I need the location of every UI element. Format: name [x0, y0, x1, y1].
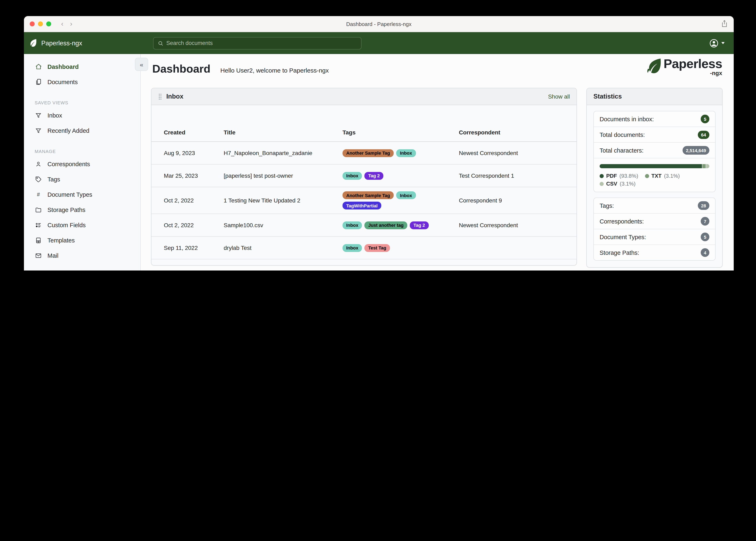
tag-chip[interactable]: TagWithPartial — [343, 202, 381, 210]
stat-row: Tags: 28 — [594, 198, 715, 214]
cell-tags: Another Sample TagInboxTagWithPartial — [343, 187, 459, 214]
mail-icon — [35, 252, 42, 259]
stat-badge: 5 — [701, 233, 709, 241]
app-window: ‹ › Dashboard - Paperless-ngx Paperless-… — [24, 16, 734, 270]
legend-dot-txt — [645, 174, 649, 178]
stat-label: Documents in inbox: — [600, 116, 654, 122]
stat-label: Total documents: — [600, 131, 645, 138]
table-row[interactable]: Oct 2, 2022 1 Testing New Title Updated … — [151, 187, 576, 214]
tag-chip[interactable]: Tag 2 — [365, 172, 384, 180]
stat-label: Storage Paths: — [600, 249, 639, 256]
sidebar-item-tags[interactable]: Tags — [24, 172, 140, 187]
stat-badge: 28 — [698, 201, 710, 210]
drag-handle-icon[interactable] — [158, 93, 162, 100]
legend-dot-csv — [600, 182, 604, 186]
avatar-icon — [709, 38, 719, 48]
sidebar-item-correspondents[interactable]: Correspondents — [24, 156, 140, 172]
search-input[interactable]: Search documents — [153, 37, 361, 49]
table-row[interactable]: Sep 11, 2022 drylab Test InboxTest Tag — [151, 237, 576, 260]
tag-chip[interactable]: Inbox — [343, 172, 362, 180]
filetype-chart: PDF (93.8%) TXT (3.1%) — [594, 158, 715, 192]
legend-item: PDF (93.8%) — [600, 173, 638, 179]
cell-title[interactable]: 1 Testing New Title Updated 2 — [224, 197, 343, 204]
folder-icon — [35, 207, 42, 213]
filter-icon — [35, 127, 42, 134]
cell-title[interactable]: H7_Napoleon_Bonaparte_zadanie — [224, 150, 343, 156]
app-body: Dashboard Documents SAVED VIEWS Inbox Re… — [24, 54, 734, 270]
cell-title[interactable]: Sample100.csv — [224, 222, 343, 229]
search-placeholder: Search documents — [166, 40, 213, 46]
cell-correspondent: Test Correspondent 1 — [459, 172, 567, 179]
legend-dot-pdf — [600, 174, 604, 178]
stat-row: Total characters: 2,514,649 — [594, 143, 715, 158]
greeting-text: Hello User2, welcome to Paperless-ngx — [220, 67, 329, 74]
stat-label: Correspondents: — [600, 218, 644, 225]
sidebar-item-label: Document Types — [47, 191, 92, 198]
brand[interactable]: Paperless-ngx — [24, 39, 82, 48]
sidebar-spacer — [24, 263, 140, 270]
sidebar-collapse-button[interactable]: « — [135, 58, 148, 71]
sidebar-item-dashboard[interactable]: Dashboard — [24, 59, 140, 74]
legend-item: TXT (3.1%) — [645, 173, 680, 179]
tag-icon — [35, 176, 42, 183]
share-icon[interactable] — [721, 20, 728, 28]
user-menu[interactable] — [709, 38, 725, 48]
tag-chip[interactable]: Just another tag — [365, 221, 407, 229]
sidebar-item-mail[interactable]: Mail — [24, 248, 140, 263]
main-content: Dashboard Hello User2, welcome to Paperl… — [141, 54, 734, 270]
cell-created: Oct 2, 2022 — [164, 222, 224, 229]
inbox-widget-header: Inbox Show all — [151, 88, 576, 105]
sidebar-item-label: Tags — [47, 176, 60, 183]
sidebar-section-saved-views: SAVED VIEWS — [24, 90, 140, 108]
table-row[interactable]: Aug 9, 2023 H7_Napoleon_Bonaparte_zadani… — [151, 142, 576, 165]
statistics-box-documents: Documents in inbox: 5 Total documents: 6… — [593, 111, 716, 192]
column-header-created: Created — [164, 129, 224, 136]
documents-icon — [35, 78, 42, 85]
sidebar-item-label: Custom Fields — [47, 222, 86, 228]
sidebar-item-recently-added[interactable]: Recently Added — [24, 123, 140, 138]
stat-label: Total characters: — [600, 147, 644, 154]
cell-title[interactable]: [paperless] test post-owner — [224, 172, 343, 179]
app-header: Paperless-ngx Search documents — [24, 32, 734, 54]
table-row[interactable]: Oct 2, 2022 Sample100.csv InboxJust anot… — [151, 214, 576, 237]
cell-title[interactable]: drylab Test — [224, 245, 343, 251]
cell-created: Oct 2, 2022 — [164, 197, 224, 204]
sidebar-item-templates[interactable]: Templates — [24, 233, 140, 248]
desktop: ‹ › Dashboard - Paperless-ngx Paperless-… — [0, 0, 756, 270]
template-icon — [35, 237, 42, 244]
table-row[interactable]: Mar 25, 2023 [paperless] test post-owner… — [151, 165, 576, 187]
paperless-logo-leaf-icon — [646, 57, 663, 76]
tag-chip[interactable]: Inbox — [396, 149, 416, 157]
stat-row: Correspondents: 7 — [594, 214, 715, 229]
sidebar-item-label: Storage Paths — [47, 207, 85, 213]
stat-badge: 5 — [701, 115, 709, 123]
cell-tags: Another Sample TagInbox — [343, 145, 459, 161]
cell-created: Sep 11, 2022 — [164, 245, 224, 251]
sidebar-item-label: Templates — [47, 237, 75, 244]
sidebar-item-documents[interactable]: Documents — [24, 74, 140, 90]
legend-item: CSV (3.1%) — [600, 181, 636, 187]
sidebar-item-custom-fields[interactable]: Custom Fields — [24, 217, 140, 233]
stat-badge: 2,514,649 — [683, 146, 709, 155]
sidebar-item-label: Inbox — [47, 112, 62, 119]
sidebar-item-inbox[interactable]: Inbox — [24, 108, 140, 123]
sidebar-item-storage-paths[interactable]: Storage Paths — [24, 202, 140, 217]
tag-chip[interactable]: Inbox — [396, 191, 416, 199]
svg-text:#: # — [37, 191, 40, 197]
page-title: Dashboard — [152, 63, 210, 76]
person-icon — [35, 161, 42, 167]
tag-chip[interactable]: Inbox — [343, 221, 362, 229]
show-all-link[interactable]: Show all — [548, 93, 570, 100]
filetype-legend: PDF (93.8%) TXT (3.1%) — [600, 173, 709, 187]
sidebar-item-label: Dashboard — [47, 63, 79, 70]
tag-chip[interactable]: Tag 2 — [410, 221, 429, 229]
widget-title: Inbox — [166, 93, 183, 100]
tag-chip[interactable]: Test Tag — [365, 244, 390, 252]
tag-chip[interactable]: Inbox — [343, 244, 362, 252]
paperless-leaf-icon — [30, 39, 38, 48]
tag-chip[interactable]: Another Sample Tag — [343, 149, 394, 157]
sidebar: Dashboard Documents SAVED VIEWS Inbox Re… — [24, 54, 141, 270]
sidebar-item-document-types[interactable]: # Document Types — [24, 187, 140, 202]
column-header-tags: Tags — [343, 129, 459, 136]
tag-chip[interactable]: Another Sample Tag — [343, 191, 394, 199]
